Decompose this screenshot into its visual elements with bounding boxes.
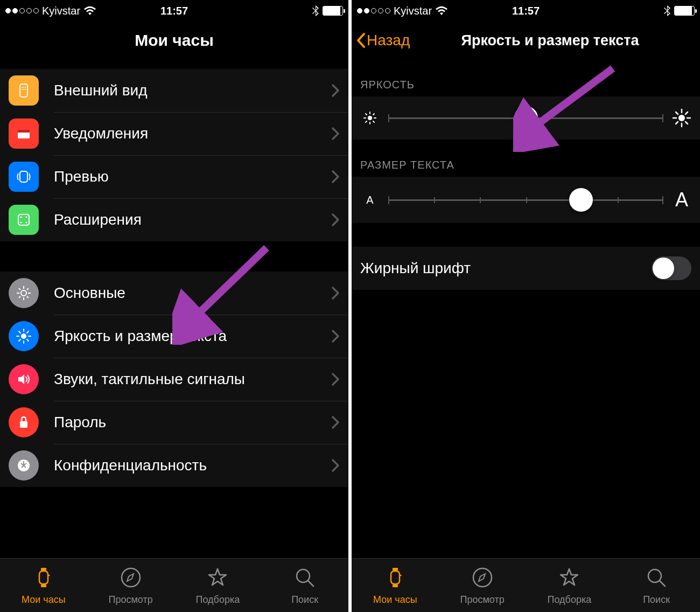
tab-bar: Мои часы Просмотр Подборка Поиск xyxy=(0,558,348,612)
tab-browse[interactable]: Просмотр xyxy=(439,559,526,612)
tab-label: Просмотр xyxy=(109,594,153,606)
list-item[interactable]: Звуки, тактильные сигналы xyxy=(0,358,348,401)
svg-line-59 xyxy=(676,112,678,114)
svg-rect-9 xyxy=(20,171,27,182)
preview-icon xyxy=(9,162,39,192)
chevron-right-icon xyxy=(331,84,340,98)
chevron-right-icon xyxy=(331,170,340,184)
svg-point-14 xyxy=(26,222,27,224)
text-size-slider[interactable] xyxy=(388,199,663,201)
bold-text-cell[interactable]: Жирный шрифт xyxy=(352,247,700,290)
brightness-header: ЯРКОСТЬ xyxy=(352,59,700,96)
list-group-2: Основные Яркость и размер текста Звуки, … xyxy=(0,272,348,487)
gear-icon xyxy=(9,278,39,308)
svg-rect-65 xyxy=(391,571,400,584)
list-item[interactable]: Расширения xyxy=(0,198,348,241)
svg-point-13 xyxy=(20,222,22,224)
svg-rect-8 xyxy=(18,130,30,133)
svg-rect-67 xyxy=(393,585,398,587)
my-watch-icon xyxy=(32,566,55,592)
bold-text-switch[interactable] xyxy=(652,256,691,280)
battery-icon xyxy=(323,6,343,16)
tab-my-watch[interactable]: Мои часы xyxy=(352,559,439,612)
svg-line-31 xyxy=(27,331,29,333)
svg-line-21 xyxy=(27,296,29,298)
brightness-settings: ЯРКОСТЬ РАЗМЕР ТЕКСТА A xyxy=(352,59,700,558)
privacy-icon xyxy=(9,450,39,481)
text-size-slider-cell: A A xyxy=(352,177,700,223)
signal-dots xyxy=(357,8,390,13)
brightness-high-icon xyxy=(672,108,691,128)
list-item[interactable]: Основные xyxy=(0,272,348,315)
text-size-slider-thumb[interactable] xyxy=(569,188,593,212)
featured-icon xyxy=(557,566,581,592)
tab-label: Просмотр xyxy=(460,594,505,606)
tab-my-watch[interactable]: Мои часы xyxy=(0,559,87,612)
bluetooth-icon xyxy=(312,5,319,17)
status-bar: Kyivstar 11:57 xyxy=(352,0,700,22)
brightness-icon xyxy=(9,321,39,351)
list-item[interactable]: Пароль xyxy=(0,401,348,444)
back-label: Назад xyxy=(367,32,410,49)
tab-label: Подборка xyxy=(196,594,240,606)
svg-line-30 xyxy=(27,339,29,341)
brightness-slider[interactable] xyxy=(388,117,663,119)
svg-marker-70 xyxy=(479,574,485,581)
list-item-label: Превью xyxy=(54,168,327,185)
page-title: Яркость и размер текста xyxy=(461,32,639,49)
page-title: Мои часы xyxy=(135,31,214,50)
svg-line-60 xyxy=(685,122,688,124)
svg-point-2 xyxy=(23,87,24,88)
svg-line-23 xyxy=(19,296,20,298)
list-item-label: Основные xyxy=(54,284,327,302)
nav-bar: Назад Яркость и размер текста xyxy=(352,22,700,59)
brightness-low-icon xyxy=(360,111,380,125)
svg-rect-33 xyxy=(20,421,27,428)
wifi-icon xyxy=(435,6,448,16)
browse-icon xyxy=(471,566,494,592)
list-item[interactable]: Яркость и размер текста xyxy=(0,315,348,358)
list-item-label: Звуки, тактильные сигналы xyxy=(54,371,327,388)
tab-search[interactable]: Поиск xyxy=(613,559,700,612)
list-group-1: Внешний вид Уведомления Превью Расширени… xyxy=(0,69,348,241)
list-item-label: Пароль xyxy=(54,414,327,431)
tab-search[interactable]: Поиск xyxy=(261,559,348,612)
search-icon xyxy=(293,566,317,592)
tab-label: Поиск xyxy=(643,594,670,606)
text-size-small-icon: A xyxy=(360,194,380,206)
list-item[interactable]: Превью xyxy=(0,155,348,198)
svg-point-45 xyxy=(368,116,372,120)
svg-rect-10 xyxy=(18,214,29,225)
svg-line-32 xyxy=(19,339,20,341)
svg-line-52 xyxy=(373,114,374,115)
tab-featured[interactable]: Подборка xyxy=(174,559,262,612)
list-item-label: Внешний вид xyxy=(54,82,327,99)
lock-icon xyxy=(9,407,39,437)
list-item[interactable]: Уведомления xyxy=(0,112,348,155)
brightness-slider-cell xyxy=(352,96,700,140)
my-watch-icon xyxy=(383,566,407,592)
svg-line-29 xyxy=(19,331,20,333)
clock: 11:57 xyxy=(512,5,540,17)
svg-line-20 xyxy=(19,288,20,290)
settings-list[interactable]: Внешний вид Уведомления Превью Расширени… xyxy=(0,59,348,558)
back-button[interactable]: Назад xyxy=(356,32,410,49)
notifications-icon xyxy=(9,119,39,149)
chevron-right-icon xyxy=(331,415,340,429)
tab-browse[interactable]: Просмотр xyxy=(87,559,174,612)
svg-point-11 xyxy=(20,217,22,218)
list-item[interactable]: Конфиденциальность xyxy=(0,444,348,487)
browse-icon xyxy=(119,566,143,592)
chevron-right-icon xyxy=(331,286,340,300)
brightness-slider-thumb[interactable] xyxy=(514,106,538,130)
svg-point-54 xyxy=(678,115,685,121)
list-item[interactable]: Внешний вид xyxy=(0,69,348,112)
list-item-label: Уведомления xyxy=(54,125,327,142)
extensions-icon xyxy=(9,205,39,235)
tab-featured[interactable]: Подборка xyxy=(526,559,613,612)
tab-bar: Мои часы Просмотр Подборка Поиск xyxy=(352,558,700,612)
list-item-label: Яркость и размер текста xyxy=(54,328,327,345)
svg-point-41 xyxy=(122,568,140,587)
nav-bar: Мои часы xyxy=(0,22,348,59)
appearance-icon xyxy=(9,75,39,106)
